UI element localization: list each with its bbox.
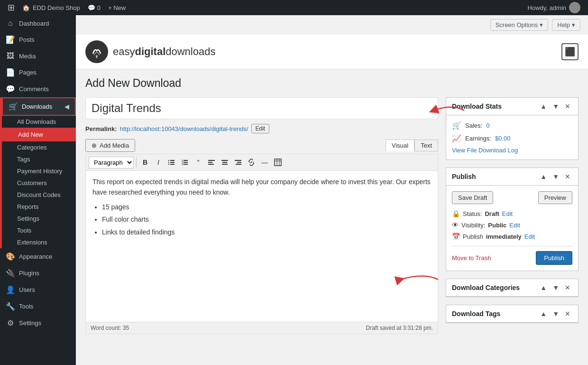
view-file-download-log-link[interactable]: View File Download Log (452, 147, 572, 154)
publish-panel-down-button[interactable]: ▼ (551, 172, 561, 181)
edit-time-link[interactable]: Edit (524, 233, 535, 240)
add-media-button[interactable]: ⊕ Add Media (85, 139, 135, 152)
wp-logo-icon[interactable]: ⊞ (4, 2, 18, 13)
sidebar-item-dashboard[interactable]: ⌂ Dashboard (0, 15, 76, 31)
downloads-section: 🛒 Downloads ◀ All Downloads Add New Cate… (0, 97, 76, 248)
permalink-edit-button[interactable]: Edit (251, 124, 270, 133)
align-center-button[interactable] (219, 156, 231, 168)
preview-button[interactable]: Preview (538, 191, 572, 204)
publish-button[interactable]: Publish (536, 251, 572, 265)
sales-value[interactable]: 0 (486, 122, 489, 129)
screen-options-button[interactable]: Screen Options ▾ (490, 19, 549, 31)
sidebar-submenu-tools[interactable]: Tools (2, 225, 76, 236)
publish-panel-body: Save Draft Preview 🔒 Status: Draft Edit … (446, 186, 578, 271)
sales-label: Sales: (465, 122, 482, 129)
earnings-value[interactable]: $0.00 (495, 135, 511, 142)
add-media-icon: ⊕ (92, 142, 97, 149)
edd-logo-icon: $ (85, 40, 108, 63)
monitor-icon: ⬛ (565, 47, 575, 57)
svg-rect-8 (170, 164, 175, 165)
sidebar-item-plugins[interactable]: 🔌 Plugins (0, 265, 76, 281)
publish-bottom: Move to Trash Publish (452, 246, 572, 265)
text-tab[interactable]: Text (414, 140, 438, 151)
svg-rect-19 (222, 162, 227, 163)
visibility-row: 👁 Visibility: Public Edit (452, 221, 572, 229)
publish-panel-up-button[interactable]: ▲ (538, 172, 549, 181)
table-button[interactable] (272, 156, 284, 168)
sidebar-submenu-categories[interactable]: Categories (2, 141, 76, 153)
editor-main: Permalink: http://localhost:10043/downlo… (85, 97, 438, 334)
svg-rect-16 (208, 162, 212, 163)
download-tags-title: Download Tags (452, 310, 500, 318)
categories-up-button[interactable]: ▲ (538, 283, 549, 292)
align-right-button[interactable] (232, 156, 244, 168)
permalink-url[interactable]: http://localhost:10043/downloads/digital… (119, 125, 248, 132)
edd-monitor-button[interactable]: ⬛ (561, 43, 579, 60)
permalink-row: Permalink: http://localhost:10043/downlo… (85, 124, 438, 133)
categories-down-button[interactable]: ▼ (551, 283, 561, 292)
sidebar-submenu-settings[interactable]: Settings (2, 213, 76, 225)
downloads-icon: 🛒 (9, 102, 18, 111)
sidebar-item-settings[interactable]: ⚙ Settings (0, 315, 76, 331)
sidebar-submenu-discount-codes[interactable]: Discount Codes (2, 189, 76, 201)
editor-body[interactable]: This report on expected trends in digita… (85, 170, 438, 322)
tags-close-button[interactable]: ✕ (563, 309, 572, 318)
sidebar-item-comments[interactable]: 💬 Comments (0, 81, 76, 97)
sidebar-submenu-extensions[interactable]: Extensions (2, 236, 76, 248)
sidebar-item-tools[interactable]: 🔧 Tools (0, 298, 76, 315)
download-categories-header: Download Categories ▲ ▼ ✕ (446, 279, 578, 297)
sidebar-item-users[interactable]: 👤 Users (0, 281, 76, 298)
bullet-list-button[interactable] (165, 156, 178, 168)
tags-down-button[interactable]: ▼ (551, 309, 561, 318)
publish-panel: Publish ▲ ▼ ✕ Save Draft Preview (446, 168, 579, 271)
svg-rect-10 (184, 160, 188, 161)
visual-text-tabs: Visual Text (386, 140, 438, 151)
download-stats-body: 🛒 Sales: 0 📈 Earnings: $0.00 View File D… (446, 115, 578, 159)
visual-tab[interactable]: Visual (386, 140, 414, 151)
categories-close-button[interactable]: ✕ (563, 283, 572, 292)
help-button[interactable]: Help ▾ (552, 19, 580, 31)
sidebar-item-posts[interactable]: 📝 Posts (0, 31, 76, 48)
visibility-icon: 👁 (452, 221, 459, 229)
sidebar-submenu-tags[interactable]: Tags (2, 153, 76, 165)
edit-visibility-link[interactable]: Edit (509, 222, 520, 229)
sidebar-submenu-all-downloads[interactable]: All Downloads (2, 116, 76, 128)
earnings-icon: 📈 (452, 134, 461, 143)
publish-panel-close-button[interactable]: ✕ (563, 172, 572, 181)
sidebar-submenu-add-new[interactable]: Add New (2, 128, 76, 141)
align-left-button[interactable] (205, 156, 218, 168)
sidebar-submenu-payment-history[interactable]: Payment History (2, 165, 76, 177)
link-button[interactable] (245, 156, 257, 168)
sidebar-item-media[interactable]: 🖼 Media (0, 48, 76, 64)
save-draft-button[interactable]: Save Draft (452, 191, 493, 204)
site-name[interactable]: 🏠 EDD Demo Shop (18, 4, 84, 11)
comments-badge[interactable]: 💬 0 (84, 4, 104, 11)
sidebar-item-appearance[interactable]: 🎨 Appearance (0, 248, 76, 265)
sidebar-item-pages[interactable]: 📄 Pages (0, 64, 76, 81)
edd-header: $ easydigitaldownloads ⬛ (76, 35, 588, 69)
svg-rect-23 (236, 164, 241, 165)
panel-close-button[interactable]: ✕ (563, 102, 572, 111)
title-input[interactable] (85, 97, 438, 119)
more-tag-button[interactable]: — (258, 156, 271, 168)
align-right-icon (234, 159, 242, 166)
blockquote-button[interactable]: " (192, 156, 204, 168)
edit-status-link[interactable]: Edit (502, 210, 513, 217)
panel-up-button[interactable]: ▲ (538, 102, 549, 111)
sidebar-submenu-customers[interactable]: Customers (2, 177, 76, 189)
numbered-list-button[interactable]: 1 2 3 (179, 156, 191, 168)
svg-rect-20 (222, 164, 228, 165)
move-to-trash-link[interactable]: Move to Trash (452, 254, 491, 262)
paragraph-select[interactable]: Paragraph (89, 157, 134, 168)
sidebar-item-downloads[interactable]: 🛒 Downloads ◀ (2, 97, 76, 116)
earnings-label: Earnings: (465, 135, 491, 142)
bold-button[interactable]: B (139, 156, 151, 168)
new-item-button[interactable]: + New (104, 4, 129, 11)
svg-rect-22 (237, 162, 241, 163)
align-left-icon (208, 159, 215, 166)
tags-up-button[interactable]: ▲ (538, 309, 549, 318)
sidebar-submenu-reports[interactable]: Reports (2, 201, 76, 213)
panel-down-button[interactable]: ▼ (551, 102, 561, 111)
italic-button[interactable]: I (152, 156, 165, 168)
downloads-submenu: All Downloads Add New Categories Tags Pa… (2, 116, 76, 248)
